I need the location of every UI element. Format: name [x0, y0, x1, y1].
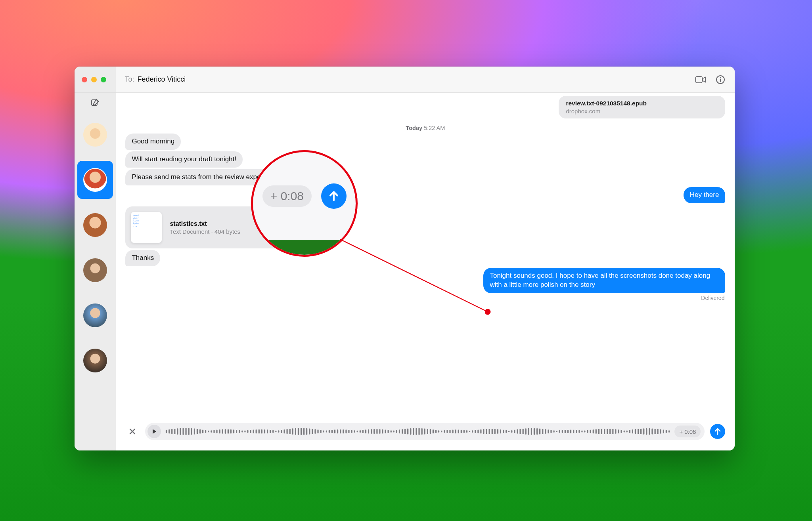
conversation-sidebar [75, 93, 116, 450]
avatar [83, 168, 107, 192]
callout-duration-text: 0:08 [281, 189, 304, 203]
message-bubble-out[interactable]: Hey there [684, 187, 726, 203]
message-bubble-out[interactable]: Tonight sounds good. I hope to have all … [483, 268, 725, 293]
conversation-item[interactable] [77, 251, 113, 289]
message-bubble-in[interactable]: Thanks [125, 250, 160, 266]
window-titlebar-left [75, 67, 116, 93]
plus-icon: + [270, 189, 278, 203]
avatar [83, 213, 107, 237]
send-voice-button[interactable] [710, 424, 725, 439]
conversation-scroll[interactable]: review.txt-0921035148.epub dropbox.com T… [116, 93, 735, 418]
play-voice-button[interactable] [147, 425, 161, 438]
window-zoom-button[interactable] [101, 77, 106, 82]
link-attachment[interactable]: review.txt-0921035148.epub dropbox.com [559, 96, 725, 118]
conversation-main: review.txt-0921035148.epub dropbox.com T… [116, 93, 735, 450]
conversation-item-selected[interactable] [77, 161, 113, 199]
window-close-button[interactable] [82, 77, 87, 82]
message-bubble-in[interactable]: Good morning [125, 134, 181, 150]
attachment-filename: review.txt-0921035148.epub [566, 100, 718, 107]
callout-send-button [321, 183, 347, 209]
details-info-icon[interactable] [715, 75, 726, 84]
svg-point-2 [720, 77, 721, 78]
file-name: statistics.txt [170, 220, 240, 227]
voice-message-input: + 0:08 [116, 418, 735, 450]
conversation-item[interactable] [77, 342, 113, 380]
timestamp-day: Today [406, 125, 422, 131]
voice-duration-pill[interactable]: + 0:08 [674, 426, 701, 437]
conversation-item[interactable] [77, 296, 113, 334]
file-subtitle: Text Document · 404 bytes [170, 228, 240, 235]
conversation-header: To: Federico Viticci [116, 67, 735, 93]
cancel-voice-button[interactable] [125, 424, 140, 439]
svg-rect-3 [720, 79, 721, 82]
facetime-video-icon[interactable] [695, 75, 706, 84]
callout-magnifier: + 0:08 [253, 152, 356, 255]
avatar [83, 303, 107, 327]
message-bubble-in[interactable]: Will start reading your draft tonight! [125, 151, 243, 168]
window-minimize-button[interactable] [91, 77, 97, 82]
avatar [83, 349, 107, 372]
delivery-status: Delivered [126, 295, 724, 301]
svg-rect-0 [696, 76, 703, 83]
voice-duration-text: 0:08 [684, 428, 696, 435]
recipient-name[interactable]: Federico Viticci [137, 75, 186, 84]
file-thumbnail-icon: wordcharlinebyte... [131, 212, 162, 243]
voice-message-capsule: + 0:08 [145, 423, 705, 440]
conversation-item[interactable] [77, 116, 113, 154]
compose-button[interactable] [89, 97, 101, 109]
plus-icon: + [679, 428, 683, 435]
messages-window: To: Federico Viticci [75, 67, 735, 450]
to-label: To: [124, 75, 134, 84]
callout-duration-pill: + 0:08 [262, 185, 312, 207]
voice-waveform[interactable] [165, 426, 670, 437]
avatar [83, 123, 107, 147]
attachment-domain: dropbox.com [566, 108, 718, 115]
message-bubble-in[interactable]: Please send me stats from the review exp… [125, 169, 271, 185]
timestamp-divider: Today 5:22 AM [125, 125, 725, 131]
conversation-item[interactable] [77, 206, 113, 244]
timestamp-time: 5:22 AM [424, 125, 445, 131]
avatar [83, 258, 107, 282]
